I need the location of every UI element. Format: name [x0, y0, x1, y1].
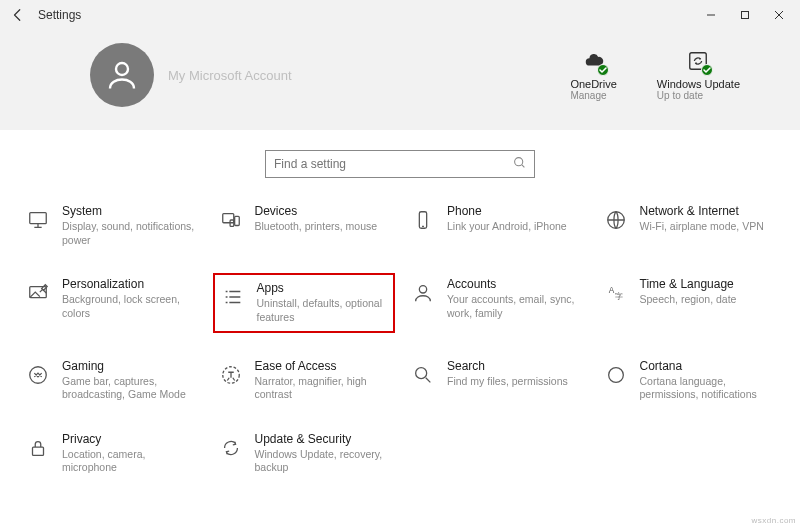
tile-update-security[interactable]: Update & SecurityWindows Update, recover…	[213, 428, 396, 479]
back-button[interactable]	[4, 1, 32, 29]
time-language-icon: A字	[602, 279, 630, 307]
window-title: Settings	[38, 8, 81, 22]
tile-title: Update & Security	[255, 432, 392, 446]
status-sub: Manage	[570, 90, 606, 101]
tile-desc: Speech, region, date	[640, 293, 737, 307]
tile-desc: Narrator, magnifier, high contrast	[255, 375, 392, 402]
tile-title: Cortana	[640, 359, 777, 373]
cortana-icon	[602, 361, 630, 389]
minimize-button[interactable]	[694, 0, 728, 30]
ease-of-access-icon	[217, 361, 245, 389]
check-badge	[701, 64, 713, 76]
tile-title: Privacy	[62, 432, 199, 446]
svg-point-11	[419, 286, 426, 293]
avatar[interactable]	[90, 43, 154, 107]
account-label: My Microsoft Account	[168, 68, 292, 83]
tile-desc: Display, sound, notifications, power	[62, 220, 199, 247]
tile-time-language[interactable]: A字 Time & LanguageSpeech, region, date	[598, 273, 781, 332]
category-grid: SystemDisplay, sound, notifications, pow…	[0, 192, 800, 499]
tile-desc: Cortana language, permissions, notificat…	[640, 375, 777, 402]
svg-rect-4	[30, 213, 47, 224]
check-badge	[597, 64, 609, 76]
devices-icon	[217, 206, 245, 234]
tile-title: Devices	[255, 204, 378, 218]
tile-desc: Windows Update, recovery, backup	[255, 448, 392, 475]
tile-gaming[interactable]: GamingGame bar, captures, broadcasting, …	[20, 355, 203, 406]
tile-title: Search	[447, 359, 568, 373]
status-title: Windows Update	[657, 78, 740, 90]
tile-title: Gaming	[62, 359, 199, 373]
svg-point-3	[515, 158, 523, 166]
tile-phone[interactable]: PhoneLink your Android, iPhone	[405, 200, 588, 251]
tile-title: Personalization	[62, 277, 199, 291]
svg-rect-0	[742, 12, 749, 19]
tile-system[interactable]: SystemDisplay, sound, notifications, pow…	[20, 200, 203, 251]
tile-title: Apps	[257, 281, 390, 295]
cloud-icon	[583, 50, 605, 74]
tile-title: System	[62, 204, 199, 218]
tile-privacy[interactable]: PrivacyLocation, camera, microphone	[20, 428, 203, 479]
svg-text:字: 字	[615, 292, 623, 301]
tile-title: Network & Internet	[640, 204, 764, 218]
update-icon	[217, 434, 245, 462]
search-box[interactable]	[265, 150, 535, 178]
maximize-button[interactable]	[728, 0, 762, 30]
svg-rect-8	[419, 212, 426, 229]
header: My Microsoft Account OneDrive Manage Win…	[0, 30, 800, 130]
close-button[interactable]	[762, 0, 796, 30]
lock-icon	[24, 434, 52, 462]
tile-ease-of-access[interactable]: Ease of AccessNarrator, magnifier, high …	[213, 355, 396, 406]
search-category-icon	[409, 361, 437, 389]
status-title: OneDrive	[570, 78, 616, 90]
tile-personalization[interactable]: PersonalizationBackground, lock screen, …	[20, 273, 203, 332]
tile-desc: Find my files, permissions	[447, 375, 568, 389]
user-icon	[104, 57, 140, 93]
svg-point-1	[116, 63, 128, 75]
accounts-icon	[409, 279, 437, 307]
personalization-icon	[24, 279, 52, 307]
tile-desc: Game bar, captures, broadcasting, Game M…	[62, 375, 199, 402]
svg-point-16	[416, 367, 427, 378]
search-icon	[513, 156, 526, 172]
tile-title: Time & Language	[640, 277, 737, 291]
phone-icon	[409, 206, 437, 234]
tile-desc: Location, camera, microphone	[62, 448, 199, 475]
svg-rect-5	[222, 214, 233, 223]
sync-icon	[687, 50, 709, 74]
status-sub: Up to date	[657, 90, 703, 101]
tile-desc: Your accounts, email, sync, work, family	[447, 293, 584, 320]
globe-icon	[602, 206, 630, 234]
tile-desc: Bluetooth, printers, mouse	[255, 220, 378, 234]
tile-title: Accounts	[447, 277, 584, 291]
gaming-icon	[24, 361, 52, 389]
tile-desc: Wi-Fi, airplane mode, VPN	[640, 220, 764, 234]
titlebar: Settings	[0, 0, 800, 30]
tile-title: Phone	[447, 204, 567, 218]
status-windows-update[interactable]: Windows Update Up to date	[657, 50, 740, 101]
tile-apps[interactable]: AppsUninstall, defaults, optional featur…	[213, 273, 396, 332]
status-onedrive[interactable]: OneDrive Manage	[570, 50, 616, 101]
tile-devices[interactable]: DevicesBluetooth, printers, mouse	[213, 200, 396, 251]
tile-search[interactable]: SearchFind my files, permissions	[405, 355, 588, 406]
system-icon	[24, 206, 52, 234]
search-row	[0, 130, 800, 192]
svg-rect-18	[33, 447, 44, 455]
tile-accounts[interactable]: AccountsYour accounts, email, sync, work…	[405, 273, 588, 332]
tile-cortana[interactable]: CortanaCortana language, permissions, no…	[598, 355, 781, 406]
svg-point-17	[608, 367, 623, 382]
tile-desc: Link your Android, iPhone	[447, 220, 567, 234]
tile-desc: Uninstall, defaults, optional features	[257, 297, 390, 324]
svg-point-14	[30, 366, 47, 383]
tile-network[interactable]: Network & InternetWi-Fi, airplane mode, …	[598, 200, 781, 251]
tile-desc: Background, lock screen, colors	[62, 293, 199, 320]
svg-text:A: A	[608, 286, 614, 295]
tile-title: Ease of Access	[255, 359, 392, 373]
svg-rect-6	[234, 216, 239, 225]
apps-icon	[219, 283, 247, 311]
watermark: wsxdn.com	[751, 516, 796, 525]
search-input[interactable]	[274, 157, 513, 171]
